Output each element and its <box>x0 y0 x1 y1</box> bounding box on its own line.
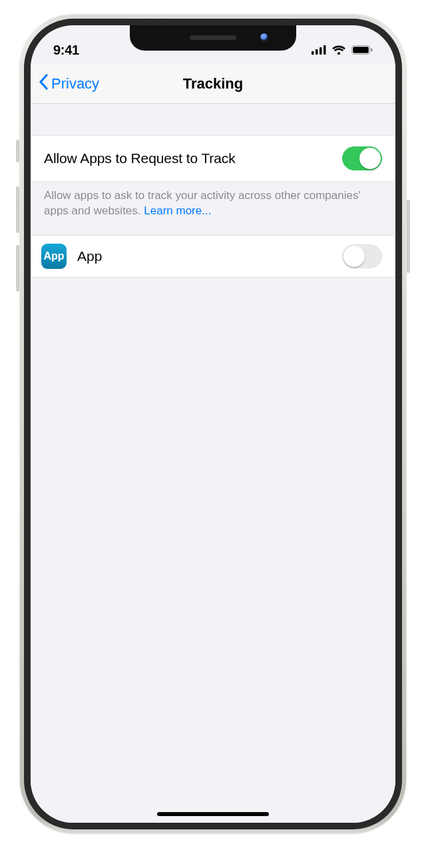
allow-apps-toggle[interactable] <box>342 146 382 170</box>
section-footer: Allow apps to ask to track your activity… <box>31 182 395 235</box>
app-tracking-toggle[interactable] <box>342 244 382 268</box>
home-indicator[interactable] <box>157 812 269 816</box>
status-bar: 9:41 <box>31 25 395 64</box>
app-label: App <box>77 248 331 264</box>
allow-apps-row: Allow Apps to Request to Track <box>31 135 395 182</box>
learn-more-link[interactable]: Learn more... <box>144 204 211 217</box>
mute-switch <box>16 140 19 162</box>
navigation-bar: Privacy Tracking <box>31 64 395 104</box>
battery-icon <box>351 45 373 55</box>
settings-content: Allow Apps to Request to Track Allow app… <box>31 105 395 823</box>
status-icons <box>312 45 373 55</box>
page-title: Tracking <box>183 75 243 93</box>
app-icon: App <box>41 244 67 269</box>
svg-rect-1 <box>316 49 318 55</box>
back-label: Privacy <box>51 75 99 93</box>
svg-rect-0 <box>312 51 314 55</box>
status-time: 9:41 <box>53 43 79 58</box>
back-button[interactable]: Privacy <box>31 74 99 94</box>
wifi-icon <box>331 45 346 55</box>
app-row: AppApp <box>31 235 395 278</box>
screen: 9:41 <box>31 25 395 823</box>
side-button <box>407 200 410 273</box>
volume-down-button <box>16 245 19 292</box>
cellular-icon <box>312 45 326 55</box>
volume-up-button <box>16 186 19 233</box>
svg-rect-2 <box>320 47 322 55</box>
chevron-left-icon <box>39 74 49 94</box>
svg-rect-6 <box>371 49 373 52</box>
phone-frame: 9:41 <box>20 15 406 833</box>
allow-apps-label: Allow Apps to Request to Track <box>44 150 342 166</box>
svg-rect-5 <box>353 47 369 53</box>
svg-rect-3 <box>323 45 326 55</box>
